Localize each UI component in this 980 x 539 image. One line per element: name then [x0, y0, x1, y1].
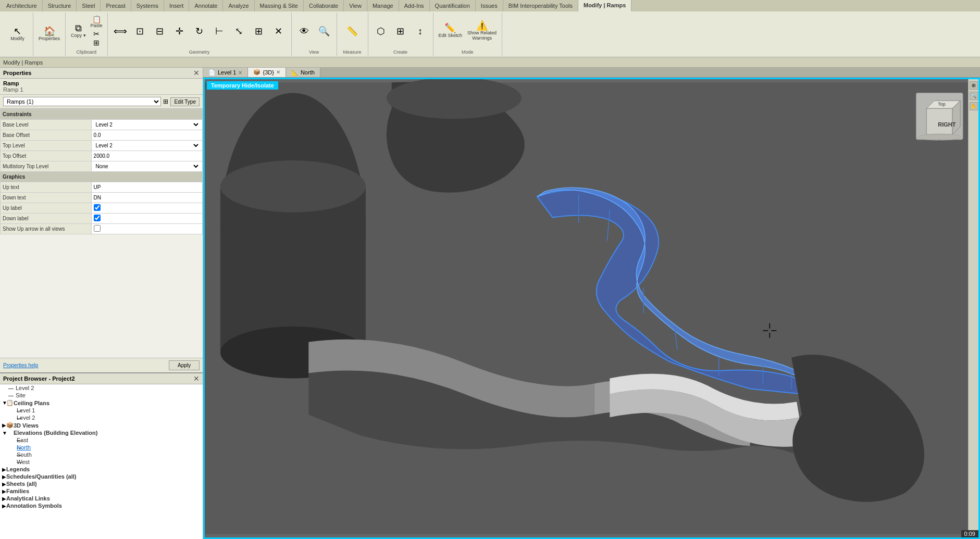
- copy-icon: ⧉: [75, 23, 82, 33]
- geometry-btn8[interactable]: ⊞: [250, 26, 268, 37]
- up-text-value[interactable]: [91, 182, 202, 193]
- top-level-label: Top Level: [1, 141, 92, 151]
- down-label-checkbox[interactable]: [94, 215, 101, 221]
- ribbon-tab-systems[interactable]: Systems: [131, 0, 164, 11]
- ribbon-tab-precast[interactable]: Precast: [101, 0, 131, 11]
- tree-item-analytical-links[interactable]: ▶ Analytical Links: [0, 495, 203, 502]
- tree-item-east[interactable]: — East: [0, 436, 203, 444]
- geometry-btn9[interactable]: ✕: [269, 26, 288, 37]
- tree-item-legends[interactable]: ▶ Legends: [0, 466, 203, 473]
- tree-item-site[interactable]: — Site: [0, 392, 203, 399]
- tree-item-ceiling-level2[interactable]: — Level 2: [0, 414, 203, 421]
- ribbon-tab-structure[interactable]: Structure: [43, 0, 77, 11]
- apply-button[interactable]: Apply: [169, 360, 200, 370]
- top-level-value[interactable]: Level 2: [91, 141, 202, 151]
- ribbon-tab-analyze[interactable]: Analyze: [223, 0, 254, 11]
- ribbon-tab-quantification[interactable]: Quantification: [430, 0, 476, 11]
- tree-item-north[interactable]: — North: [0, 444, 203, 451]
- tree-item-families[interactable]: ▶ Families: [0, 487, 203, 495]
- show-related-warnings-button[interactable]: ⚠️ Show Related Warnings: [465, 20, 499, 42]
- ribbon-tab-architecture[interactable]: Architecture: [1, 0, 43, 11]
- viewport-area: 📄 Level 1 ✕ 📦 {3D} ✕ 📐 North Temporary H…: [203, 68, 980, 539]
- cut-button[interactable]: ✂: [89, 30, 104, 38]
- geometry-btn4[interactable]: ✛: [170, 26, 189, 37]
- geometry-btn2[interactable]: ⊡: [131, 26, 150, 37]
- tree-item-schedules[interactable]: ▶ Schedules/Quantities (all): [0, 473, 203, 480]
- view-btn2[interactable]: 🔍: [315, 26, 333, 37]
- create-btn2[interactable]: ⊞: [391, 26, 410, 37]
- down-label-value[interactable]: [91, 214, 202, 224]
- viewport-canvas[interactable]: Temporary Hide/Isolate: [203, 78, 980, 539]
- modify-button[interactable]: ↖ Modify: [8, 26, 27, 43]
- up-label-value[interactable]: [91, 203, 202, 214]
- geometry-btn7[interactable]: ⤡: [230, 26, 249, 37]
- tree-item-south[interactable]: — South: [0, 451, 203, 458]
- ribbon-tab-modify-ramps[interactable]: Modify | Ramps: [578, 0, 631, 11]
- tab-3d[interactable]: 📦 {3D} ✕: [248, 68, 286, 77]
- tab-level1-close[interactable]: ✕: [238, 70, 242, 76]
- properties-button[interactable]: 🏠 Properties: [36, 26, 62, 43]
- top-offset-value[interactable]: [91, 151, 202, 161]
- geometry-btn6[interactable]: ⊢: [210, 26, 229, 37]
- geometry-btn3[interactable]: ⊟: [151, 26, 169, 37]
- zoom-extents-button[interactable]: ⊞: [970, 81, 978, 90]
- ribbon-tab-addins[interactable]: Add-Ins: [399, 0, 430, 11]
- tree-item-west[interactable]: — West: [0, 458, 203, 466]
- tree-item-sheets[interactable]: ▶ Sheets (all): [0, 480, 203, 487]
- measure-btn[interactable]: 📏: [343, 26, 362, 37]
- ribbon-tab-bim[interactable]: BIM Interoperability Tools: [503, 0, 578, 11]
- up-label-checkbox[interactable]: [94, 204, 101, 211]
- properties-close-button[interactable]: ✕: [193, 69, 200, 77]
- tree-item-level2[interactable]: — Level 2: [0, 384, 203, 392]
- create-btn1[interactable]: ⬡: [371, 26, 390, 37]
- tab-3d-close[interactable]: ✕: [276, 69, 280, 75]
- browser-close-button[interactable]: ✕: [193, 374, 200, 383]
- show-up-arrow-value[interactable]: [91, 224, 202, 234]
- view-icon2: 🔍: [318, 27, 330, 36]
- ceiling-level2-label: Level 2: [17, 415, 35, 421]
- mirror-icon: ⊟: [156, 27, 164, 36]
- ribbon-tab-insert[interactable]: Insert: [164, 0, 190, 11]
- geometry-btn5[interactable]: ↻: [190, 26, 209, 37]
- tab-north[interactable]: 📐 North: [286, 68, 320, 77]
- create-group-items: ⬡ ⊞ ↕: [371, 14, 430, 48]
- ribbon-tab-steel[interactable]: Steel: [77, 0, 101, 11]
- tree-item-annotation-symbols[interactable]: ▶ Annotation Symbols: [0, 502, 203, 509]
- view-btn1[interactable]: 👁: [295, 26, 314, 37]
- ribbon-tab-massing[interactable]: Massing & Site: [255, 0, 304, 11]
- zoom-button[interactable]: 🔍: [970, 92, 978, 100]
- base-level-value[interactable]: Level 2: [91, 120, 202, 130]
- ribbon-tab-issues[interactable]: Issues: [476, 0, 503, 11]
- up-label-row: Up label: [1, 203, 203, 214]
- tree-item-ceiling-plans[interactable]: ▼ 📋 Ceiling Plans: [0, 399, 203, 407]
- properties-help-link[interactable]: Properties help: [3, 362, 38, 368]
- paste-button[interactable]: 📋 Paste: [89, 15, 104, 29]
- tab-level1[interactable]: 📄 Level 1 ✕: [203, 68, 248, 77]
- tab-3d-label: {3D}: [263, 69, 274, 76]
- join-button[interactable]: ⊞: [89, 39, 104, 47]
- down-text-label: Down text: [1, 193, 92, 203]
- ribbon-tab-view[interactable]: View: [344, 0, 367, 11]
- base-offset-value[interactable]: [91, 130, 202, 141]
- element-selector[interactable]: Ramps (1): [3, 97, 161, 106]
- ribbon-tab-manage[interactable]: Manage: [367, 0, 399, 11]
- tree-item-ceiling-level1[interactable]: — Level 1: [0, 407, 203, 414]
- geometry-btn1[interactable]: ⟺: [111, 26, 130, 37]
- down-text-value[interactable]: [91, 193, 202, 203]
- temp-hide-banner[interactable]: Temporary Hide/Isolate: [207, 81, 278, 90]
- svg-point-12: [387, 79, 522, 119]
- browser-content: — Level 2 — Site ▼ 📋 Ceiling Plans — Lev…: [0, 384, 203, 539]
- create-btn3[interactable]: ↕: [411, 26, 430, 37]
- tree-item-3d-views[interactable]: ▶ 📦 3D Views: [0, 421, 203, 429]
- edit-type-button[interactable]: Edit Type: [170, 97, 200, 106]
- multistory-value[interactable]: None: [91, 161, 202, 172]
- view-cube[interactable]: RIGHT Top N: [916, 93, 963, 144]
- ribbon-tab-collaborate[interactable]: Collaborate: [304, 0, 344, 11]
- tree-item-elevations[interactable]: ▼ Elevations (Building Elevation): [0, 429, 203, 436]
- copy-button[interactable]: ⧉ Copy ▾: [69, 22, 88, 40]
- show-up-arrow-checkbox[interactable]: [94, 225, 101, 232]
- edit-sketch-button[interactable]: ✏️ Edit Sketch: [437, 22, 465, 40]
- pan-button[interactable]: ✋: [970, 102, 978, 110]
- analytical-links-label: Analytical Links: [6, 495, 50, 502]
- ribbon-tab-annotate[interactable]: Annotate: [189, 0, 223, 11]
